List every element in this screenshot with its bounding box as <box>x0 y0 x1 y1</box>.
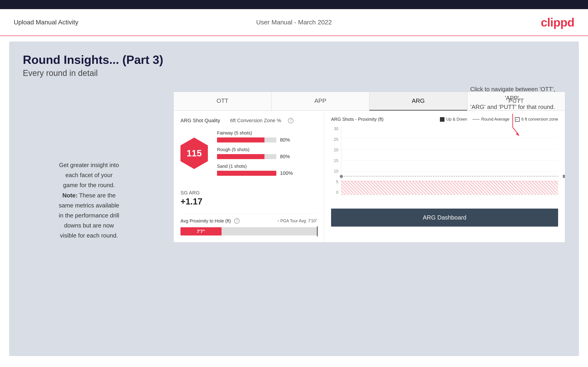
y-label-20: 20 <box>331 148 340 152</box>
sg-value: +1.17 <box>181 197 317 207</box>
sand-label: Sand (1 shots) <box>217 164 317 169</box>
page-title: Round Insights... (Part 3) <box>23 53 565 67</box>
rough-pct: 80% <box>280 154 294 159</box>
fairway-pct: 80% <box>280 137 294 143</box>
tab-ott[interactable]: OTT <box>174 92 272 110</box>
proximity-cursor <box>317 226 318 236</box>
chart-y-axis: 0 5 10 15 20 25 30 <box>331 126 340 195</box>
top-bar <box>0 0 588 9</box>
sand-bar-row: 100% <box>217 170 317 176</box>
sand-pct: 100% <box>280 170 294 176</box>
rough-bar-track <box>217 154 276 159</box>
hex-number: 115 <box>187 148 202 158</box>
dashboard-body: ARG Shot Quality 6ft Conversion Zone % ?… <box>174 111 565 242</box>
legend-conversion-label: 6 ft conversion zone <box>521 117 558 122</box>
hex-badge-container: 115 Fairway (5 shots) 80% <box>181 130 317 176</box>
copyright-text: Copyright Clippd 2021 <box>14 366 63 367</box>
chart-title: ARG Shots - Proximity (ft) <box>331 117 384 122</box>
main-content: Round Insights... (Part 3) Every round i… <box>9 42 579 356</box>
legend-up-down: Up & Down <box>440 117 467 122</box>
proximity-value: 7'7" <box>197 229 205 234</box>
sg-label: SG ARG <box>181 190 317 196</box>
sand-bar-track <box>217 171 276 176</box>
legend-up-down-label: Up & Down <box>446 117 467 122</box>
proximity-header: Avg Proximity to Hole (ft) ? ↑ PGA Tour … <box>181 218 317 224</box>
y-label-0: 0 <box>331 190 340 195</box>
legend-square-up-down <box>440 117 444 122</box>
proximity-help-icon[interactable]: ? <box>234 218 240 224</box>
proximity-bar-fill: 7'7" <box>181 227 222 235</box>
bar-chart: 0 5 10 15 20 25 30 <box>331 126 558 204</box>
stats-panel: ARG Shot Quality 6ft Conversion Zone % ?… <box>174 111 324 242</box>
y-label-25: 25 <box>331 137 340 142</box>
arg-dashboard-btn[interactable]: ARG Dashboard <box>331 209 558 226</box>
chart-legend: Up & Down Round Average 6 ft conversion … <box>440 117 558 122</box>
legend-dashed-line <box>473 119 479 120</box>
chart-header: ARG Shots - Proximity (ft) Up & Down Rou… <box>331 117 558 122</box>
arg-shot-quality-label: ARG Shot Quality <box>181 118 220 124</box>
conversion-label: 6ft Conversion Zone % <box>230 118 281 124</box>
hex-badge: 115 <box>181 138 208 169</box>
y-label-30: 30 <box>331 126 340 131</box>
proximity-bar-track: 7'7" <box>181 227 317 235</box>
dashboard-panel: OTT APP ARG PUTT ARG Shot Quality 6ft Co… <box>173 92 565 242</box>
stats-header: ARG Shot Quality 6ft Conversion Zone % ? <box>181 118 317 124</box>
content-layout: Get greater insight into each facet of y… <box>23 92 565 242</box>
rough-bar-row: 80% <box>217 154 317 159</box>
y-label-5: 5 <box>331 180 340 184</box>
rough-bar-fill <box>217 154 264 159</box>
fairway-bar-fill <box>217 137 264 142</box>
fairway-shot-row: Fairway (5 shots) 80% <box>217 130 317 143</box>
note-bold: Note: <box>62 192 77 199</box>
upload-manual-label: Upload Manual Activity <box>14 19 78 26</box>
legend-conversion-zone: 6 ft conversion zone <box>515 117 558 122</box>
sand-bar-fill <box>217 171 276 176</box>
fairway-bar-track <box>217 137 276 142</box>
help-icon[interactable]: ? <box>288 118 294 123</box>
footer: Copyright Clippd 2021 <box>0 361 588 367</box>
proximity-section: Avg Proximity to Hole (ft) ? ↑ PGA Tour … <box>181 213 317 235</box>
user-manual-label: User Manual - March 2022 <box>256 19 332 26</box>
legend-round-avg: Round Average <box>473 117 510 122</box>
bars-row <box>341 126 558 195</box>
sg-section: SG ARG +1.17 <box>181 185 317 207</box>
pga-label: ↑ PGA Tour Avg: 7'10" <box>277 219 317 223</box>
proximity-label: Avg Proximity to Hole (ft) <box>181 218 231 224</box>
left-section: Get greater insight into each facet of y… <box>23 92 155 241</box>
page-subtitle: Every round in detail <box>23 68 565 78</box>
insight-text: Get greater insight into each facet of y… <box>23 160 155 241</box>
shot-rows: Fairway (5 shots) 80% Ro <box>217 130 317 176</box>
content-wrapper: Click to navigate between 'OTT', 'APP','… <box>23 92 565 242</box>
y-label-10: 10 <box>331 169 340 174</box>
tab-arg[interactable]: ARG <box>369 92 467 110</box>
ref-value: 8 <box>563 174 565 179</box>
rough-label: Rough (5 shots) <box>217 147 317 152</box>
tab-app[interactable]: APP <box>272 92 369 110</box>
rough-shot-row: Rough (5 shots) 80% <box>217 147 317 159</box>
clippd-logo: clippd <box>541 16 574 29</box>
fairway-label: Fairway (5 shots) <box>217 130 317 136</box>
legend-checkbox-conversion <box>515 117 519 122</box>
legend-round-avg-label: Round Average <box>481 117 510 122</box>
chart-panel: ARG Shots - Proximity (ft) Up & Down Rou… <box>324 111 565 242</box>
header: Upload Manual Activity User Manual - Mar… <box>0 9 588 36</box>
chart-area: 8 <box>341 126 558 195</box>
y-label-15: 15 <box>331 158 340 163</box>
fairway-bar-row: 80% <box>217 137 317 143</box>
sand-shot-row: Sand (1 shots) 100% <box>217 164 317 176</box>
